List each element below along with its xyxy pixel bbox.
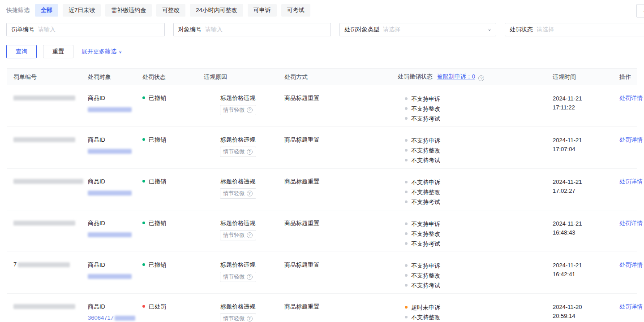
violation-time-cell: 2024-11-2117:11:22 bbox=[546, 85, 613, 126]
filter-select[interactable]: 处罚对象类型请选择∨ bbox=[339, 23, 496, 36]
revoke-status-label: 不支持申诉 bbox=[411, 179, 440, 186]
bullet-icon bbox=[405, 232, 408, 235]
restricted-appeal-link[interactable]: 被限制申诉：0 bbox=[437, 73, 475, 80]
filter-input[interactable]: 罚单编号请输入 bbox=[6, 23, 165, 36]
penalty-detail-link[interactable]: 处罚详情 bbox=[619, 261, 643, 268]
status-label: 已撤销 bbox=[149, 136, 166, 143]
revoke-status-item: 不支持整改 bbox=[405, 104, 540, 114]
ticket-id-cell bbox=[7, 210, 82, 252]
expand-more-filters-link[interactable]: 展开更多筛选 ∨ bbox=[82, 48, 122, 56]
quick-filter-tab[interactable]: 可整改 bbox=[156, 4, 185, 17]
header-ticket-id: 罚单编号 bbox=[7, 73, 82, 81]
revoke-status-cell: 不支持申诉不支持整改不支持考试 bbox=[391, 252, 546, 293]
status-label: 已撤销 bbox=[149, 261, 166, 268]
status-label: 已撤销 bbox=[149, 178, 166, 185]
ticket-id-cell bbox=[7, 85, 82, 126]
penalty-detail-link[interactable]: 处罚详情 bbox=[619, 303, 643, 310]
bullet-icon bbox=[405, 306, 408, 309]
violation-reason: 标题价格违规 bbox=[204, 178, 272, 186]
violation-time: 16:48:43 bbox=[553, 228, 607, 237]
table-body: 商品ID已撤销标题价格违规情节轻微?商品标题重置不支持申诉不支持整改不支持考试2… bbox=[7, 85, 637, 322]
revoke-status-item: 不支持整改 bbox=[405, 229, 540, 239]
reset-button[interactable]: 重置 bbox=[43, 45, 73, 58]
status-dot-icon bbox=[142, 263, 145, 266]
quick-filter-tab[interactable]: 需补缴违约金 bbox=[105, 4, 152, 17]
revoke-status-label: 超时未申诉 bbox=[411, 304, 440, 311]
header-method: 处罚方式 bbox=[278, 73, 391, 81]
violation-reason: 标题价格违规 bbox=[204, 136, 272, 144]
redacted-target-id bbox=[88, 191, 132, 196]
revoke-status-cell: 不支持申诉不支持整改不支持考试 bbox=[391, 85, 546, 126]
redacted-ticket-id bbox=[13, 96, 75, 100]
filter-input[interactable]: 对象编号请输入 bbox=[173, 23, 331, 36]
penalty-target-cell: 商品ID bbox=[82, 85, 136, 126]
revoke-status-item: 不支持整改 bbox=[405, 146, 540, 156]
violation-reason-cell: 标题价格违规情节轻微? bbox=[197, 294, 278, 322]
info-icon: ? bbox=[247, 316, 253, 322]
quick-filter-bar: 快捷筛选 全部近7日未读需补缴违约金可整改24小时内可整改可申诉可考试 导出 bbox=[0, 0, 644, 21]
penalty-method-cell: 商品标题重置 bbox=[278, 169, 391, 210]
action-cell: 处罚详情 bbox=[613, 294, 644, 322]
redacted-target-id bbox=[88, 149, 132, 154]
severity-label: 情节轻微 bbox=[223, 315, 245, 322]
penalty-method: 商品标题重置 bbox=[284, 219, 385, 227]
revoke-status-label: 不支持整改 bbox=[411, 231, 440, 237]
violation-time-cell: 2024-11-2117:07:04 bbox=[546, 127, 613, 168]
revoke-status-item: 不支持申诉 bbox=[405, 219, 540, 229]
filter-bar: 罚单编号请输入对象编号请输入处罚对象类型请选择∨处罚状态请选择∨ bbox=[0, 21, 644, 39]
info-icon: ? bbox=[247, 149, 253, 155]
quick-filter-tab[interactable]: 全部 bbox=[35, 4, 58, 17]
quick-filter-tab[interactable]: 可考试 bbox=[281, 4, 310, 17]
status-cell: 已撤销 bbox=[136, 210, 197, 252]
chevron-down-icon: ∨ bbox=[119, 49, 122, 54]
penalty-target-cell: 商品ID bbox=[82, 127, 136, 168]
status-cell: 已撤销 bbox=[136, 85, 197, 126]
bullet-icon bbox=[405, 316, 408, 318]
severity-tag: 情节轻微? bbox=[220, 230, 256, 240]
penalty-method-cell: 商品标题重置 bbox=[278, 127, 391, 168]
penalty-method: 商品标题重置 bbox=[284, 303, 385, 311]
penalty-detail-link[interactable]: 处罚详情 bbox=[619, 178, 643, 185]
violation-time: 17:07:04 bbox=[553, 145, 607, 154]
revoke-status-label: 不支持整改 bbox=[411, 272, 440, 279]
quick-filter-tab[interactable]: 近7日未读 bbox=[63, 4, 101, 17]
penalty-method-cell: 商品标题重置 bbox=[278, 294, 391, 322]
penalty-detail-link[interactable]: 处罚详情 bbox=[619, 220, 643, 226]
table-row: 7商品ID已撤销标题价格违规情节轻微?商品标题重置不支持申诉不支持整改不支持考试… bbox=[7, 252, 637, 294]
quick-filter-tab[interactable]: 24小时内可整改 bbox=[190, 4, 243, 17]
filter-select[interactable]: 处罚状态请选择∨ bbox=[505, 23, 644, 36]
penalty-target-cell: 商品ID bbox=[82, 210, 136, 252]
severity-label: 情节轻微 bbox=[223, 273, 245, 281]
status-label: 已撤销 bbox=[149, 220, 166, 226]
info-icon: ? bbox=[247, 232, 253, 238]
revoke-status-label: 不支持整改 bbox=[411, 147, 440, 154]
revoke-status-label: 不支持申诉 bbox=[411, 262, 440, 269]
table-row: 商品ID36064717已处罚标题价格违规情节轻微?商品标题重置超时未申诉不支持… bbox=[7, 294, 637, 322]
severity-tag: 情节轻微? bbox=[220, 147, 256, 157]
penalty-detail-link[interactable]: 处罚详情 bbox=[619, 95, 643, 101]
redacted-target-id bbox=[115, 316, 135, 321]
revoke-status-label: 不支持考试 bbox=[411, 199, 440, 205]
filter-field-placeholder: 请输入 bbox=[38, 26, 56, 34]
revoke-status-item: 不支持整改 bbox=[405, 187, 540, 197]
chevron-down-icon: ∨ bbox=[488, 27, 491, 32]
table-header: 罚单编号 处罚对象 处罚状态 违规原因 处罚方式 处罚撤销状态 被限制申诉：0 … bbox=[7, 68, 637, 85]
revoke-status-label: 不支持整改 bbox=[411, 105, 440, 112]
violation-time-cell: 2024-11-2117:02:27 bbox=[546, 169, 613, 210]
penalty-detail-link[interactable]: 处罚详情 bbox=[619, 136, 643, 143]
status-label: 已处罚 bbox=[149, 303, 166, 310]
violation-time: 17:02:27 bbox=[553, 187, 607, 196]
violation-date: 2024-11-21 bbox=[553, 136, 607, 145]
revoke-status-label: 不支持整改 bbox=[411, 314, 440, 321]
severity-tag: 情节轻微? bbox=[220, 105, 256, 115]
action-bar: 查询 重置 展开更多筛选 ∨ bbox=[0, 39, 644, 65]
penalty-target-cell: 商品ID bbox=[82, 169, 136, 210]
redacted-target-id bbox=[88, 232, 132, 237]
quick-filter-tab[interactable]: 可申诉 bbox=[248, 4, 277, 17]
export-button[interactable]: 导出 bbox=[636, 4, 644, 17]
violation-reason-cell: 标题价格违规情节轻微? bbox=[197, 252, 278, 293]
query-button[interactable]: 查询 bbox=[6, 45, 37, 58]
violation-time-cell: 2024-11-2020:59:14 bbox=[546, 294, 613, 322]
violation-reason: 标题价格违规 bbox=[204, 94, 272, 102]
bullet-icon bbox=[405, 200, 408, 203]
